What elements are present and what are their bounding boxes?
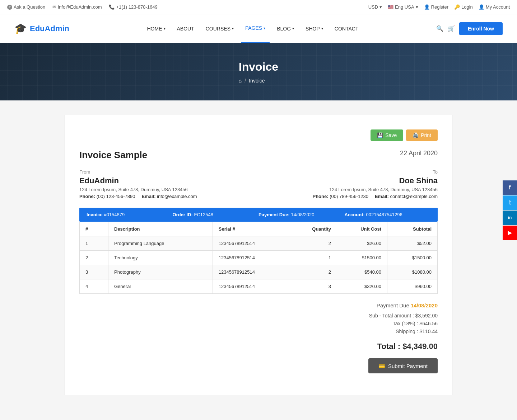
cart-button[interactable]: 🛒 (448, 25, 455, 32)
to-label: To (258, 169, 438, 175)
col-description: Description (108, 222, 213, 236)
home-icon: ⌂ (239, 78, 242, 84)
facebook-button[interactable]: f (503, 180, 517, 195)
enroll-button[interactable]: Enroll Now (459, 22, 503, 35)
row-0-num: 1 (80, 236, 108, 251)
shipping-amount: $110.44 (419, 329, 438, 334)
top-bar: ? Ask a Question ✉ info@EduAdmin.com 📞 +… (0, 0, 517, 14)
from-to-section: From EduAdmin 124 Lorem Ipsum, Suite 478… (79, 169, 438, 199)
col-num: # (80, 222, 108, 236)
ask-question-link[interactable]: ? Ask a Question (7, 4, 45, 10)
nav-item-courses[interactable]: COURSES ▾ (201, 14, 238, 43)
twitter-button[interactable]: 𝕥 (503, 195, 517, 210)
col-unit-cost: Unit Cost (337, 222, 387, 236)
twitter-icon: 𝕥 (509, 199, 511, 206)
save-label: Save (385, 132, 397, 138)
row-2-subtotal: $1080.00 (387, 265, 438, 279)
currency-arrow: ▾ (379, 4, 382, 10)
from-contact: Phone: (00) 123-456-7890 Email: info@exa… (79, 194, 258, 199)
page-title: Invoice (239, 60, 278, 74)
email-link[interactable]: ✉ info@EduAdmin.com (52, 4, 102, 10)
cart-icon: 🛒 (448, 25, 455, 32)
logo-icon: 🎓 (14, 23, 27, 34)
breadcrumb-separator: / (244, 78, 246, 84)
nav-blog-label: BLOG (277, 26, 291, 32)
hero-section: Invoice ⌂ / Invoice (0, 43, 517, 100)
linkedin-button[interactable]: in (503, 211, 517, 225)
total-line: Total : $4,349.00 (79, 342, 438, 351)
from-label: From (79, 169, 258, 175)
submit-payment-button[interactable]: 💳 Submit Payment (368, 358, 438, 373)
currency-selector[interactable]: USD ▾ (368, 4, 382, 10)
row-1-num: 2 (80, 251, 108, 265)
total-amount: $4,349.00 (402, 342, 438, 351)
top-bar-left: ? Ask a Question ✉ info@EduAdmin.com 📞 +… (7, 4, 158, 10)
nav-courses-arrow: ▾ (232, 27, 234, 30)
account-icon: 👤 (479, 4, 484, 10)
row-2-serial: 12345678912514 (213, 265, 294, 279)
language-selector[interactable]: 🇺🇸 Eng USA ▾ (388, 4, 418, 10)
invoice-header: Invoice Sample 22 April 2020 (79, 150, 438, 161)
row-0-description: Programming Language (108, 236, 213, 251)
nav-item-shop[interactable]: SHOP ▾ (301, 14, 327, 43)
info-payment-due-date: 14/08/2020 (291, 212, 314, 217)
to-email: conatct@example.com (390, 194, 438, 199)
search-button[interactable]: 🔍 (436, 25, 443, 32)
logo-text: EduAdmin (30, 24, 69, 33)
from-company: EduAdmin (79, 176, 258, 185)
nav-links: HOME ▾ ABOUT COURSES ▾ PAGES ▾ BLOG ▾ SH… (143, 14, 363, 43)
register-icon: 👤 (424, 4, 430, 10)
invoice-table: # Description Serial # Quantity Unit Cos… (79, 222, 438, 294)
login-text: Login (461, 4, 473, 10)
nav-shop-arrow: ▾ (321, 27, 323, 30)
row-1-description: Technology (108, 251, 213, 265)
nav-item-about[interactable]: ABOUT (173, 14, 199, 43)
info-invoice-number: #0154879 (104, 212, 125, 217)
question-icon: ? (7, 5, 12, 10)
invoice-date: 22 April 2020 (400, 150, 438, 157)
save-button[interactable]: 💾 Save (371, 129, 403, 141)
invoice-title: Invoice Sample (79, 150, 147, 161)
login-link[interactable]: 🔑 Login (454, 4, 473, 10)
nav-item-home[interactable]: HOME ▾ (143, 14, 170, 43)
nav-item-blog[interactable]: BLOG ▾ (273, 14, 298, 43)
breadcrumb-home-link[interactable]: ⌂ (239, 78, 242, 84)
row-3-subtotal: $960.00 (387, 279, 438, 294)
email-text: info@EduAdmin.com (58, 4, 102, 10)
payment-due-label: Payment Due (377, 302, 409, 308)
from-email: info@example.com (157, 194, 197, 199)
subtotal-label: Sub - Total amount : (369, 313, 414, 318)
youtube-button[interactable]: ▶ (503, 226, 517, 240)
tax-line: Tax (18%) : $646.56 (79, 321, 438, 326)
email-icon: ✉ (52, 4, 56, 10)
row-2-num: 3 (80, 265, 108, 279)
info-payment-due: Payment Due: 14/08/2020 (258, 212, 345, 217)
nav-home-arrow: ▾ (164, 27, 166, 30)
linkedin-icon: in (508, 215, 512, 220)
nav-contact-label: CONTACT (335, 26, 359, 32)
nav-home-label: HOME (147, 26, 162, 32)
payment-due-date: 14/08/2020 (411, 302, 438, 308)
tax-label: Tax (18%) : (393, 321, 418, 326)
breadcrumb: ⌂ / Invoice (239, 78, 278, 84)
my-account-link[interactable]: 👤 My Account (479, 4, 510, 10)
to-name: Doe Shina (258, 176, 438, 185)
navbar: 🎓 EduAdmin HOME ▾ ABOUT COURSES ▾ PAGES … (0, 14, 517, 43)
logo[interactable]: 🎓 EduAdmin (14, 23, 69, 34)
subtotal-amount: $3,592.00 (415, 313, 438, 318)
tax-amount: $646.56 (419, 321, 438, 326)
to-email-label: Email: (375, 194, 389, 199)
nav-item-contact[interactable]: CONTACT (330, 14, 363, 43)
print-button[interactable]: 🖨️ Print (406, 129, 438, 141)
submit-icon: 💳 (378, 363, 385, 369)
register-link[interactable]: 👤 Register (424, 4, 448, 10)
row-1-quantity: 1 (294, 251, 337, 265)
to-contact: Phone: (00) 789-456-1230 Email: conatct@… (258, 194, 438, 199)
shipping-label: Shipping : (396, 329, 418, 334)
phone-link[interactable]: 📞 +1(1) 123-878-1649 (109, 4, 157, 10)
nav-item-pages[interactable]: PAGES ▾ (241, 14, 270, 43)
row-0-unit-cost: $26.00 (337, 236, 387, 251)
to-address: 124 Lorem Ipsum, Suite 478, Dummuy, USA … (258, 187, 438, 192)
info-account: Account: 00215487541296 (345, 212, 431, 217)
row-0-serial: 12345678912514 (213, 236, 294, 251)
